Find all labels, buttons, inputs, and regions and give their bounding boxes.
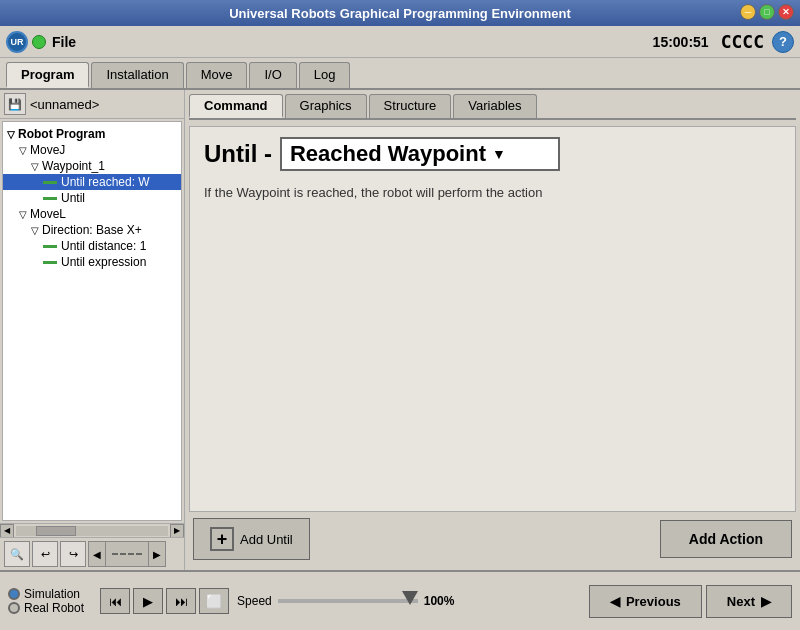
ur-logo: UR xyxy=(6,31,28,53)
time-display: 15:00:51 xyxy=(653,34,709,50)
rewind-button[interactable]: ⏮ xyxy=(100,588,130,614)
window-title: Universal Robots Graphical Programming E… xyxy=(229,6,571,21)
tab-program[interactable]: Program xyxy=(6,62,89,88)
until-select-value: Reached Waypoint xyxy=(290,141,486,167)
tab-move[interactable]: Move xyxy=(186,62,248,88)
subtab-graphics[interactable]: Graphics xyxy=(285,94,367,118)
stop-button[interactable]: ⬜ xyxy=(199,588,229,614)
tree-movej[interactable]: ▽ MoveJ xyxy=(3,142,181,158)
maximize-button[interactable]: □ xyxy=(759,4,775,20)
tree-until-expression[interactable]: Until expression xyxy=(3,254,181,270)
minimize-button[interactable]: ─ xyxy=(740,4,756,20)
window-controls: ─ □ ✕ xyxy=(740,4,794,20)
speed-thumb[interactable] xyxy=(402,591,418,605)
horizontal-scrollbar[interactable]: ◀ ▶ xyxy=(0,523,184,537)
tree-green-dash-until-reached xyxy=(43,181,57,184)
tree-direction-expand-icon: ▽ xyxy=(31,225,39,236)
plus-icon: + xyxy=(210,527,234,551)
speed-slider[interactable] xyxy=(278,599,418,603)
prev-arrow-icon: ◀ xyxy=(610,594,620,609)
undo-button[interactable]: ↩ xyxy=(32,541,58,567)
previous-label: Previous xyxy=(626,594,681,609)
next-arrow-icon: ▶ xyxy=(761,594,771,609)
tab-io[interactable]: I/O xyxy=(249,62,296,88)
until-select-dropdown[interactable]: Reached Waypoint ▼ xyxy=(280,137,560,171)
speed-label: Speed xyxy=(237,594,272,608)
previous-button[interactable]: ◀ Previous xyxy=(589,585,702,618)
speed-section: Speed 100% xyxy=(237,594,581,608)
scroll-right-button[interactable]: ▶ xyxy=(170,524,184,538)
left-panel: 💾 <unnamed> ▽ Robot Program ▽ MoveJ ▽ Wa… xyxy=(0,90,185,570)
real-robot-label: Real Robot xyxy=(24,601,84,615)
dashed-middle xyxy=(106,542,149,566)
redo-button[interactable]: ↪ xyxy=(60,541,86,567)
simulation-section: Simulation Real Robot xyxy=(8,587,84,615)
simulation-label: Simulation xyxy=(24,587,80,601)
cc-display: CCCC xyxy=(721,31,764,52)
program-tree: ▽ Robot Program ▽ MoveJ ▽ Waypoint_1 Unt… xyxy=(2,121,182,521)
tree-green-dash-expression xyxy=(43,261,57,264)
speed-value: 100% xyxy=(424,594,455,608)
simulation-option[interactable]: Simulation xyxy=(8,587,84,601)
next-label: Next xyxy=(727,594,755,609)
file-name: <unnamed> xyxy=(30,97,180,112)
until-title: Until - xyxy=(204,140,272,168)
title-bar: Universal Robots Graphical Programming E… xyxy=(0,0,800,26)
tree-green-dash-distance xyxy=(43,245,57,248)
command-content: Until - Reached Waypoint ▼ If the Waypoi… xyxy=(189,126,796,512)
subtab-structure[interactable]: Structure xyxy=(369,94,452,118)
play-button[interactable]: ▶ xyxy=(133,588,163,614)
until-header: Until - Reached Waypoint ▼ xyxy=(204,137,781,171)
main-tabs: Program Installation Move I/O Log xyxy=(0,58,800,90)
right-panel: Command Graphics Structure Variables Unt… xyxy=(185,90,800,570)
tree-robot-program[interactable]: ▽ Robot Program xyxy=(3,126,181,142)
tree-movej-expand-icon: ▽ xyxy=(19,145,27,156)
scroll-track[interactable] xyxy=(16,526,168,536)
subtab-command[interactable]: Command xyxy=(189,94,283,118)
next-button[interactable]: Next ▶ xyxy=(706,585,792,618)
tab-log[interactable]: Log xyxy=(299,62,351,88)
move-down-button[interactable]: ▶ xyxy=(149,542,165,566)
help-button[interactable]: ? xyxy=(772,31,794,53)
add-until-button[interactable]: + Add Until xyxy=(193,518,310,560)
real-robot-option[interactable]: Real Robot xyxy=(8,601,84,615)
until-description: If the Waypoint is reached, the robot wi… xyxy=(204,185,781,200)
close-button[interactable]: ✕ xyxy=(778,4,794,20)
page-nav-buttons: ◀ Previous Next ▶ xyxy=(589,585,792,618)
menu-bar: UR File 15:00:51 CCCC ? xyxy=(0,26,800,58)
bottom-bar: Simulation Real Robot ⏮ ▶ ⏭ ⬜ Speed 100%… xyxy=(0,570,800,630)
tree-until[interactable]: Until xyxy=(3,190,181,206)
move-arrow-group: ◀ ▶ xyxy=(88,541,166,567)
tree-until-distance[interactable]: Until distance: 1 xyxy=(3,238,181,254)
tree-until-reached[interactable]: Until reached: W xyxy=(3,174,181,190)
add-action-label: Add Action xyxy=(689,531,763,547)
tree-movel-expand-icon: ▽ xyxy=(19,209,27,220)
tree-direction[interactable]: ▽ Direction: Base X+ xyxy=(3,222,181,238)
zoom-fit-button[interactable]: 🔍 xyxy=(4,541,30,567)
tab-installation[interactable]: Installation xyxy=(91,62,183,88)
status-indicator xyxy=(32,35,46,49)
bottom-action-buttons: + Add Until Add Action xyxy=(189,512,796,566)
add-until-label: Add Until xyxy=(240,532,293,547)
sub-tabs: Command Graphics Structure Variables xyxy=(189,94,796,120)
scroll-thumb[interactable] xyxy=(36,526,76,536)
tree-expand-icon: ▽ xyxy=(7,129,15,140)
scroll-left-button[interactable]: ◀ xyxy=(0,524,14,538)
move-up-button[interactable]: ◀ xyxy=(89,542,106,566)
tree-waypoint1[interactable]: ▽ Waypoint_1 xyxy=(3,158,181,174)
simulation-radio[interactable] xyxy=(8,588,20,600)
tree-green-dash-until xyxy=(43,197,57,200)
save-bar: 💾 <unnamed> xyxy=(0,90,184,119)
real-robot-radio[interactable] xyxy=(8,602,20,614)
add-action-button[interactable]: Add Action xyxy=(660,520,792,558)
step-button[interactable]: ⏭ xyxy=(166,588,196,614)
save-button[interactable]: 💾 xyxy=(4,93,26,115)
dashed-line-icon xyxy=(112,553,142,555)
transport-controls: ⏮ ▶ ⏭ ⬜ xyxy=(100,588,229,614)
file-menu[interactable]: File xyxy=(52,34,653,50)
subtab-variables[interactable]: Variables xyxy=(453,94,536,118)
tree-waypoint-expand-icon: ▽ xyxy=(31,161,39,172)
content-area: 💾 <unnamed> ▽ Robot Program ▽ MoveJ ▽ Wa… xyxy=(0,90,800,570)
tree-movel[interactable]: ▽ MoveL xyxy=(3,206,181,222)
dropdown-arrow-icon: ▼ xyxy=(492,146,506,162)
